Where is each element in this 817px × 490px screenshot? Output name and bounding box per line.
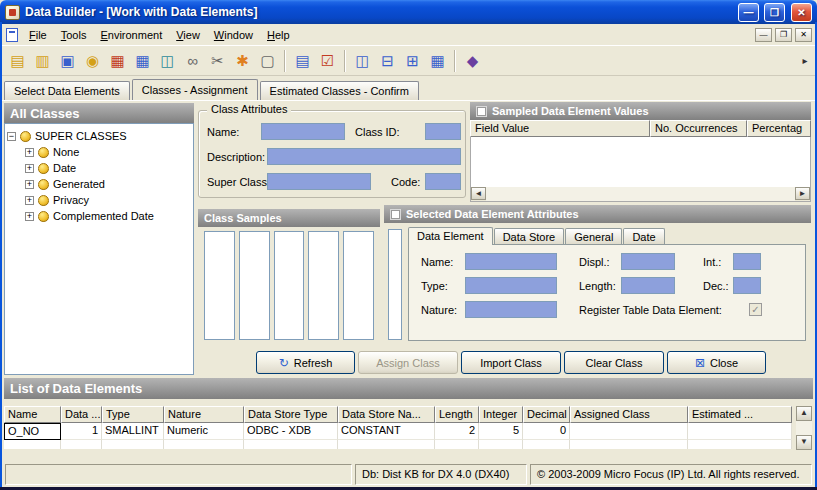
element-type-input[interactable] [465,277,557,294]
cell-assigned-class[interactable] [570,440,688,449]
element-sample-list[interactable] [388,229,402,340]
element-nature-input[interactable] [465,301,557,318]
cell-data[interactable]: 1 [61,423,102,440]
super-class-input[interactable] [267,173,371,190]
cell-decimal[interactable]: 0 [523,423,570,440]
assign-class-button[interactable]: Assign Class [358,351,458,374]
code-input[interactable] [425,173,461,190]
tile-grid-icon[interactable]: ⊞ [400,48,425,73]
tab-select-data-elements[interactable]: Select Data Elements [4,81,130,100]
menu-view[interactable]: View [169,26,207,44]
expand-icon[interactable] [25,212,34,221]
cell-name[interactable]: O_NO [4,423,61,440]
cell-type[interactable] [102,440,164,449]
column-integer[interactable]: Integer [479,406,523,423]
tab-classes-assignment[interactable]: Classes - Assignment [132,79,258,100]
scroll-left-icon[interactable]: ◄ [471,187,486,200]
close-panel-button[interactable]: ⊠ Close [667,351,766,374]
scroll-right-icon[interactable]: ► [795,187,810,200]
register-table-checkbox[interactable]: ✓ [749,303,762,316]
monitor-icon[interactable]: ▣ [55,48,80,73]
tree-item-none[interactable]: None [7,144,191,160]
table-row[interactable]: O_NO 1 SMALLINT Numeric ODBC - XDB CONST… [4,423,796,440]
cell-length[interactable] [435,440,479,449]
column-decimal[interactable]: Decimal [523,406,570,423]
scroll-down-icon[interactable]: ▼ [796,435,812,450]
cut-icon[interactable]: ✂ [205,48,230,73]
grid-icon[interactable]: ▦ [425,48,450,73]
element-length-input[interactable] [621,277,675,294]
description-input[interactable] [267,148,461,165]
table-row[interactable] [4,440,796,449]
panel-toggle-icon[interactable] [390,209,401,220]
refresh-button[interactable]: ↻ Refresh [256,351,355,374]
horizontal-scrollbar[interactable]: ◄ ► [470,187,811,202]
folder-icon[interactable]: ▥ [30,48,55,73]
element-dec-input[interactable] [733,277,761,294]
panel-toggle-icon[interactable] [476,106,487,117]
tab-estimated-classes-confirm[interactable]: Estimated Classes - Confirm [260,81,419,100]
cell-integer[interactable] [479,440,523,449]
menu-help[interactable]: Help [260,26,297,44]
cell-estimated[interactable] [688,423,792,440]
cell-assigned-class[interactable] [570,423,688,440]
menu-window[interactable]: Window [207,26,260,44]
tree-item-privacy[interactable]: Privacy [7,192,191,208]
menu-environment[interactable]: Environment [93,26,169,44]
child-minimize-button[interactable]: — [755,28,772,42]
link-icon[interactable]: ∞ [180,48,205,73]
cell-data[interactable] [61,440,102,449]
sample-column[interactable] [343,231,374,340]
toolbar-overflow-icon[interactable]: ▸ [798,55,812,66]
scroll-track[interactable] [486,187,795,201]
tab-data-element[interactable]: Data Element [408,227,493,245]
expand-icon[interactable] [25,196,34,205]
child-close-button[interactable]: ✕ [795,28,812,42]
cell-length[interactable]: 2 [435,423,479,440]
cell-data-store-type[interactable]: ODBC - XDB [244,423,338,440]
classes-tree[interactable]: SUPER CLASSES None Date Generated Privac [4,123,194,375]
sample-column[interactable] [274,231,305,340]
minimize-button[interactable]: — [738,3,759,22]
tab-general[interactable]: General [565,228,622,245]
cell-data-store-type[interactable] [244,440,338,449]
tree-item-generated[interactable]: Generated [7,176,191,192]
sample-column[interactable] [308,231,339,340]
sample-column[interactable] [204,231,235,340]
tree-root-super-classes[interactable]: SUPER CLASSES [7,128,191,144]
import-table-icon[interactable]: ▦ [105,48,130,73]
document-icon[interactable]: ▢ [255,48,280,73]
cell-type[interactable]: SMALLINT [102,423,164,440]
table-icon[interactable]: ▦ [130,48,155,73]
column-percentage[interactable]: Percentag [747,120,811,137]
help-book-icon[interactable]: ◆ [460,48,485,73]
column-field-value[interactable]: Field Value [470,120,650,137]
cell-data-store-name[interactable] [338,440,435,449]
column-data-store-type[interactable]: Data Store Type [244,406,338,423]
scroll-up-icon[interactable]: ▲ [796,406,812,421]
menu-file[interactable]: File [22,26,54,44]
cell-nature[interactable]: Numeric [164,423,244,440]
class-name-input[interactable] [261,123,345,140]
vertical-scrollbar[interactable]: ▲ ▼ [796,406,812,450]
expand-icon[interactable] [25,164,34,173]
close-button[interactable]: ✕ [791,3,812,22]
list-document-icon[interactable]: ▤ [290,48,315,73]
tree-item-complemented-date[interactable]: Complemented Date [7,208,191,224]
sample-column[interactable] [239,231,270,340]
scroll-track[interactable] [796,421,812,435]
column-no-occurrences[interactable]: No. Occurrences [650,120,747,137]
expand-icon[interactable] [25,148,34,157]
restore-button[interactable]: ❐ [764,3,785,22]
open-icon[interactable]: ▤ [5,48,30,73]
bell-icon[interactable]: ◉ [80,48,105,73]
column-nature[interactable]: Nature [164,406,244,423]
tree-item-date[interactable]: Date [7,160,191,176]
sampled-values-list[interactable] [470,137,811,187]
class-id-input[interactable] [425,123,461,140]
column-name[interactable]: Name [4,406,61,423]
element-name-input[interactable] [465,253,557,270]
cell-nature[interactable] [164,440,244,449]
cell-decimal[interactable] [523,440,570,449]
cell-name[interactable] [4,440,61,449]
